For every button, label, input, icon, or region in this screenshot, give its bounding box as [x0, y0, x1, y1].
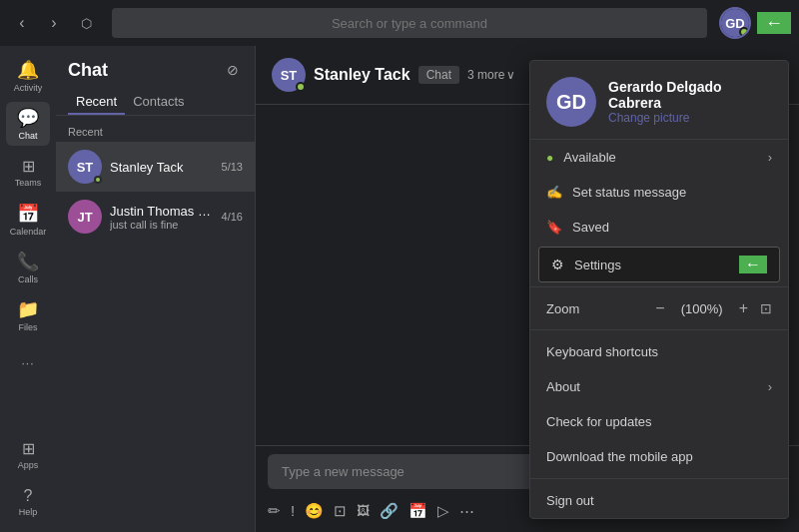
divider-2: [530, 329, 788, 330]
sidebar-label-teams: Teams: [15, 178, 42, 188]
format-icon[interactable]: ✏: [268, 502, 281, 520]
more-icon: ···: [21, 356, 34, 370]
back-button[interactable]: ‹: [8, 9, 36, 37]
keyboard-label: Keyboard shortcuts: [546, 344, 658, 359]
dropdown-user-name: Gerardo Delgado Cabrera: [608, 79, 772, 111]
calendar-icon: 📅: [17, 203, 39, 225]
chevron-down-icon: ∨: [506, 68, 515, 82]
conv-more-button[interactable]: 3 more ∨: [467, 68, 515, 82]
dropdown-item-about[interactable]: About ›: [530, 369, 788, 404]
sidebar-label-calls: Calls: [18, 274, 38, 284]
zoom-value: (100%): [677, 301, 727, 316]
dropdown-item-keyboard[interactable]: Keyboard shortcuts: [530, 334, 788, 369]
user-status-dot: [739, 27, 749, 37]
sidebar-label-files: Files: [18, 322, 37, 332]
signout-label: Sign out: [546, 493, 594, 508]
search-bar[interactable]: [112, 8, 707, 38]
tab-contacts[interactable]: Contacts: [125, 90, 192, 115]
conv-name: Stanley Tack: [314, 66, 410, 84]
sidebar-label-calendar: Calendar: [10, 227, 47, 237]
teams-icon: ⊞: [22, 157, 35, 176]
conv-more-label: 3 more: [467, 68, 504, 82]
message-placeholder: Type a new message: [282, 464, 404, 479]
link-icon[interactable]: 🔗: [380, 502, 399, 520]
status-dot-stanley: [94, 176, 102, 184]
zoom-window-icon[interactable]: ⊡: [760, 300, 772, 316]
about-arrow-icon: ›: [768, 379, 772, 394]
chat-panel: Chat ⊘ Recent Contacts Recent ST Stanley…: [56, 46, 256, 532]
schedule-icon[interactable]: 📅: [408, 502, 427, 520]
image-icon[interactable]: 🖼: [357, 503, 370, 518]
chat-panel-title: Chat: [68, 60, 108, 81]
dropdown-item-status-message[interactable]: ✍ Set status message: [530, 175, 788, 210]
status-msg-left: ✍ Set status message: [546, 185, 686, 200]
tab-recent[interactable]: Recent: [68, 90, 125, 115]
chat-panel-header: Chat ⊘: [56, 46, 255, 82]
arrow-indicator-top: ←: [757, 12, 791, 34]
conv-badge: Chat: [418, 66, 459, 84]
dropdown-menu: GD Gerardo Delgado Cabrera Change pictur…: [529, 60, 789, 519]
available-label: Available: [563, 150, 616, 165]
dropdown-item-download[interactable]: Download the mobile app: [530, 439, 788, 474]
audio-icon[interactable]: ▷: [437, 502, 449, 520]
divider-3: [530, 478, 788, 479]
sidebar-item-chat[interactable]: 💬 Chat: [6, 102, 50, 146]
sidebar-item-activity[interactable]: 🔔 Activity: [6, 54, 50, 98]
files-icon: 📁: [17, 298, 39, 320]
chat-item-justin[interactable]: JT Justin Thomas (Gaming Pr... just call…: [56, 192, 255, 242]
chat-name-stanley: Stanley Tack: [110, 160, 214, 175]
search-input[interactable]: [112, 16, 707, 31]
sidebar-item-apps[interactable]: ⊞ Apps: [6, 432, 50, 476]
conv-status-dot: [296, 82, 306, 92]
title-bar: ‹ › ⬡ GD ←: [0, 0, 799, 46]
zoom-plus-button[interactable]: +: [735, 299, 752, 317]
dropdown-item-updates[interactable]: Check for updates: [530, 404, 788, 439]
sidebar-item-more[interactable]: ···: [6, 341, 50, 385]
help-icon: ?: [24, 487, 33, 505]
settings-label: Settings: [574, 258, 621, 272]
dropdown-item-saved[interactable]: 🔖 Saved: [530, 210, 788, 245]
zoom-minus-button[interactable]: −: [651, 299, 668, 317]
important-icon[interactable]: !: [291, 502, 295, 519]
change-picture-link[interactable]: Change picture: [608, 111, 772, 125]
updates-label: Check for updates: [546, 414, 652, 429]
available-left: ● Available: [546, 150, 616, 165]
saved-label: Saved: [572, 220, 609, 235]
zoom-controls: − (100%) + ⊡: [651, 299, 772, 317]
dropdown-item-available[interactable]: ● Available ›: [530, 140, 788, 175]
dropdown-header: GD Gerardo Delgado Cabrera Change pictur…: [530, 61, 788, 140]
dropdown-item-signout[interactable]: Sign out: [530, 483, 788, 518]
sidebar: 🔔 Activity 💬 Chat ⊞ Teams 📅 Calendar 📞 C…: [0, 46, 56, 532]
sidebar-item-calls[interactable]: 📞 Calls: [6, 246, 50, 289]
emoji-icon[interactable]: 😊: [305, 502, 324, 520]
apps-icon: ⊞: [22, 439, 35, 458]
sidebar-item-help[interactable]: ? Help: [6, 480, 50, 524]
avatar-stanley: ST: [68, 150, 102, 184]
chat-item-stanley[interactable]: ST Stanley Tack 5/13: [56, 142, 255, 192]
sidebar-item-files[interactable]: 📁 Files: [6, 293, 50, 337]
chat-list: ST Stanley Tack 5/13 JT Justin Thomas (G…: [56, 142, 255, 532]
chat-info-stanley: Stanley Tack: [110, 160, 214, 175]
dropdown-avatar: GD: [546, 77, 596, 127]
avatar-area: GD ←: [719, 7, 791, 39]
chat-icon: 💬: [17, 107, 39, 129]
sidebar-item-calendar[interactable]: 📅 Calendar: [6, 198, 50, 242]
attachment-icon[interactable]: ⊡: [334, 502, 347, 520]
more-options-icon[interactable]: ⋯: [459, 502, 474, 520]
settings-left: ⚙ Settings: [551, 257, 621, 272]
user-avatar: GD: [719, 7, 751, 39]
sidebar-item-teams[interactable]: ⊞ Teams: [6, 150, 50, 194]
recent-header: Recent: [56, 116, 255, 142]
conv-avatar: ST: [272, 58, 306, 92]
filter-icon[interactable]: ⊘: [223, 58, 243, 82]
dropdown-item-settings[interactable]: ⚙ Settings ←: [538, 247, 780, 282]
nav-buttons: ‹ › ⬡: [8, 9, 100, 37]
sidebar-label-activity: Activity: [14, 83, 43, 93]
chat-preview-justin: just call is fine: [110, 219, 214, 231]
external-icon[interactable]: ⬡: [72, 9, 100, 37]
forward-button[interactable]: ›: [40, 9, 68, 37]
about-label: About: [546, 379, 580, 394]
user-avatar-button[interactable]: GD: [719, 7, 751, 39]
sidebar-label-apps: Apps: [18, 460, 39, 470]
zoom-control: Zoom − (100%) + ⊡: [530, 291, 788, 325]
